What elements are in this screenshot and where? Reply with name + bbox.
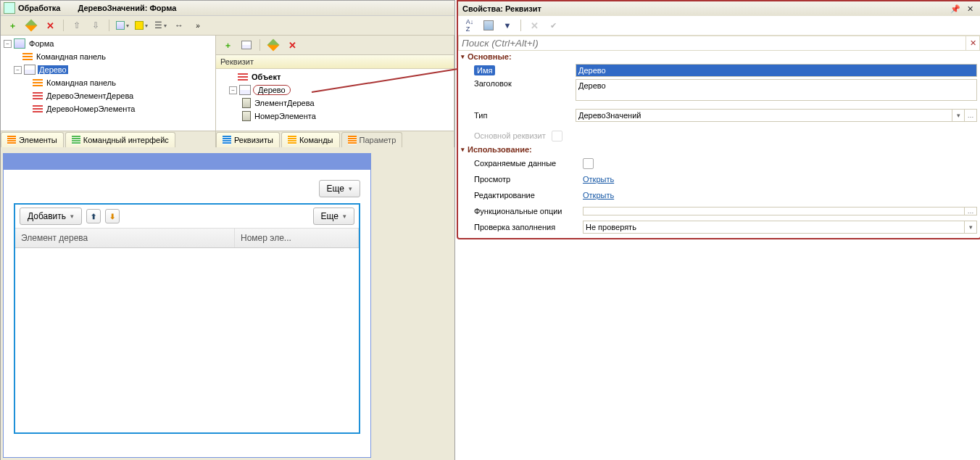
main-toolbar: ＋ ✕ ⇧ ⇩ ☰ ↔ » [1, 16, 454, 36]
type-combo[interactable]: ДеревоЗначений ▾ … [576, 109, 977, 122]
pin-button[interactable]: 📌 [950, 4, 961, 14]
grid-header: Элемент дерева Номер эле... [15, 229, 359, 248]
func-opts-combo[interactable]: … [583, 207, 977, 215]
more-button[interactable]: Еще [319, 180, 360, 197]
column-icon [242, 111, 251, 121]
prop-type: Тип ДеревоЗначений ▾ … [458, 107, 980, 123]
chevron-down-icon[interactable]: ▾ [952, 110, 964, 121]
field-icon [33, 105, 43, 112]
grid-more-button[interactable]: Еще [313, 208, 354, 225]
elements-tree-panel: − Форма Командная панель − Дерево Команд… [1, 36, 216, 147]
tree-panels: − Форма Командная панель − Дерево Команд… [1, 36, 454, 147]
section-main[interactable]: ▾Основные: [458, 51, 980, 62]
tree-tree-item[interactable]: − Дерево [1, 63, 215, 76]
prop-delete-button: ✕ [527, 18, 541, 33]
panel-dropdown[interactable] [134, 18, 149, 33]
left-tabs: Элементы Командный интерфейс [1, 131, 215, 147]
tab-requisites[interactable]: Реквизиты [216, 132, 280, 147]
stack-icon [223, 136, 231, 144]
tab-cmd-interface[interactable]: Командный интерфейс [65, 132, 175, 147]
requisites-tree[interactable]: Объект − Дерево ЭлементДерева НомерЭлеме… [216, 69, 454, 131]
tree-cmd-panel[interactable]: Командная панель [1, 50, 215, 63]
object-icon [238, 73, 248, 81]
name-input[interactable] [576, 64, 977, 77]
tree-num-elem[interactable]: ДеревоНомерЭлемента [1, 102, 215, 115]
delete-req-button[interactable]: ✕ [285, 38, 299, 52]
add-col-button[interactable] [239, 38, 254, 52]
prop-saved-data: Сохраняемые данные [458, 155, 980, 171]
clear-search-button[interactable]: ✕ [966, 36, 980, 51]
close-button[interactable]: ✕ [964, 4, 976, 14]
delete-button[interactable]: ✕ [43, 18, 57, 33]
prop-check-fill: Проверка заполнения Не проверять ▾ [458, 219, 980, 235]
requisites-header: Реквизит [216, 55, 454, 69]
col-num-elem[interactable]: Номер эле... [235, 229, 359, 247]
prop-check-button: ✔ [546, 18, 560, 33]
prop-main-req: Основной реквизит [458, 128, 980, 144]
req-object[interactable]: Объект [216, 70, 454, 83]
prop-edit: Редактирование Открыть [458, 187, 980, 203]
elements-tree[interactable]: − Форма Командная панель − Дерево Команд… [1, 36, 215, 131]
prop-title: Заголовок Дерево [458, 78, 980, 103]
preview-titlebar [4, 154, 370, 170]
prop-view: Просмотр Открыть [458, 171, 980, 187]
move-down-button[interactable]: ⬇ [105, 209, 120, 223]
saved-data-checkbox[interactable] [583, 158, 594, 169]
ellipsis-button[interactable]: … [964, 208, 976, 215]
field-icon [33, 92, 43, 99]
filter-button[interactable]: ▼ [500, 18, 515, 33]
command-panel-icon [22, 53, 33, 60]
req-num[interactable]: НомерЭлемента [216, 110, 454, 123]
tree-elem-tree[interactable]: ДеревоЭлементДерева [1, 89, 215, 102]
req-elem[interactable]: ЭлементДерева [216, 96, 454, 110]
title-input[interactable]: Дерево [576, 79, 977, 101]
add-row-button[interactable]: Добавить [20, 208, 82, 225]
edit-button[interactable] [24, 18, 38, 33]
list-dropdown[interactable]: ☰ [153, 18, 167, 33]
edit-req-button[interactable] [266, 38, 281, 52]
view-open-link[interactable]: Открыть [583, 175, 614, 184]
section-usage[interactable]: ▾Использование: [458, 144, 980, 155]
search-input[interactable] [458, 36, 966, 51]
categorize-button[interactable] [481, 18, 496, 33]
title-main: ДеревоЗначений: Форма [78, 4, 176, 12]
move-down-button[interactable]: ⇩ [88, 18, 103, 33]
table-icon [24, 65, 36, 75]
column-icon [242, 98, 251, 108]
layout-dropdown[interactable] [115, 18, 130, 33]
move-up-button[interactable]: ⇧ [70, 18, 84, 33]
req-tree[interactable]: − Дерево [216, 83, 454, 96]
chevron-down-icon[interactable]: ▾ [964, 221, 976, 233]
form-icon [14, 38, 25, 49]
swap-button[interactable]: ↔ [172, 18, 186, 33]
stack-icon [7, 136, 16, 144]
titlebar: Обработка ДеревоЗначений: Форма [1, 1, 454, 16]
form-icon [4, 2, 15, 14]
properties-search: ✕ [458, 36, 980, 51]
tab-elements[interactable]: Элементы [1, 132, 64, 147]
requisites-panel: ＋ ✕ Реквизит Объект − Дерево ЭлементДере… [216, 36, 454, 147]
move-up-button[interactable]: ⬆ [86, 209, 101, 223]
grid-body[interactable] [15, 248, 359, 432]
prop-name: Имя [458, 62, 980, 78]
check-fill-combo[interactable]: Не проверять ▾ [583, 221, 977, 234]
table-icon [239, 85, 251, 95]
table-icon [241, 41, 252, 49]
properties-toolbar: A↓Z ▼ ✕ ✔ [458, 16, 980, 36]
sort-button[interactable]: A↓Z [462, 18, 477, 33]
tab-params[interactable]: Параметр [341, 132, 403, 147]
prop-func-opts: Функциональные опции … [458, 203, 980, 219]
tree-root-form[interactable]: − Форма [1, 37, 215, 50]
stack-icon [348, 136, 357, 144]
more-toolbar-button[interactable]: » [191, 18, 205, 33]
tree-sub-cmd-panel[interactable]: Командная панель [1, 76, 215, 89]
col-elem-tree[interactable]: Элемент дерева [15, 229, 235, 247]
add-req-button[interactable]: ＋ [220, 38, 235, 52]
add-button[interactable]: ＋ [5, 18, 20, 33]
main-req-checkbox [552, 131, 562, 141]
form-preview: Еще Добавить ⬆ ⬇ Еще Элемент дерева Номе… [3, 153, 371, 458]
tab-commands[interactable]: Команды [281, 132, 340, 147]
ellipsis-button[interactable]: … [964, 110, 976, 121]
properties-titlebar: Свойства: Реквизит 📌 ✕ [458, 1, 980, 16]
edit-open-link[interactable]: Открыть [583, 191, 614, 200]
